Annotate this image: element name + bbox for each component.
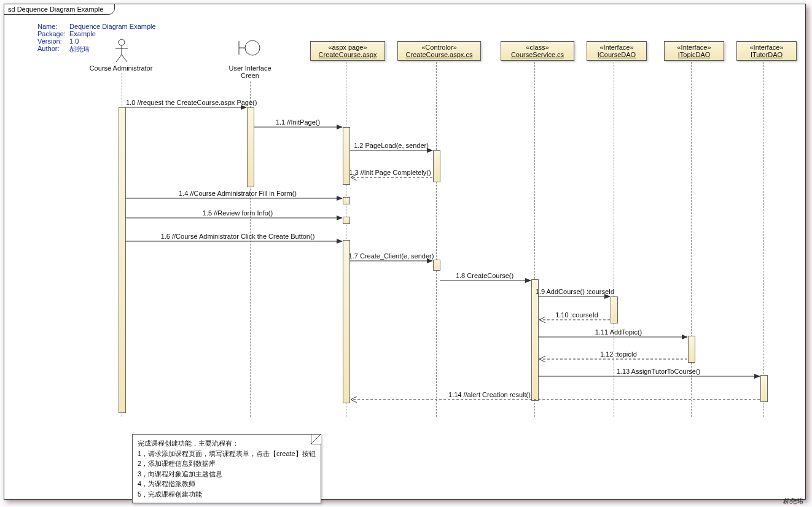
meta-row-package: Package: Example: [37, 30, 156, 37]
meta-value-author: 郝尧玮: [69, 45, 90, 54]
act-dao1: [611, 296, 618, 323]
dao2-stereo: «Interface»: [667, 44, 721, 51]
note-box: 完成课程创建功能，主要流程有： 1，请求添加课程页面，填写课程表单，点击【cre…: [132, 434, 321, 503]
msg-1.4: 1.4 //Course Administrator Fill in Form(…: [146, 190, 330, 197]
msg-1.11: 1.11 AddTopic(): [557, 328, 680, 336]
meta-label-author: Author:: [37, 45, 69, 54]
act-aspx2: [343, 197, 350, 204]
boundary-icon: [238, 39, 262, 58]
dao1-stereo: «Interface»: [590, 44, 644, 51]
act-dao3: [760, 375, 768, 402]
dao1-name: ICourseDAO: [598, 51, 636, 58]
meta-value-package: Example: [69, 30, 96, 37]
note-l5: 4，为课程指派教师: [138, 479, 316, 489]
dao3-stereo: «Interface»: [740, 44, 794, 51]
svg-line-3: [116, 55, 122, 62]
aspx-stereo: «aspx page»: [313, 44, 382, 51]
lifeline-tutordao: «Interface» ITutorDAO: [736, 41, 797, 61]
svg-line-4: [122, 55, 127, 62]
ctrl-name: CreateCourse.aspx.cs: [406, 51, 473, 58]
dao2-name: ITopicDAO: [678, 51, 711, 58]
msg-1.5: 1.5 //Review form Info(): [146, 209, 330, 217]
meta-block: Name: Dequence Diagram Example Package: …: [37, 23, 156, 54]
meta-value-version: 1.0: [69, 37, 79, 45]
lifeline-coursedao: «Interface» ICourseDAO: [587, 41, 647, 61]
act-ctrl1: [433, 150, 440, 182]
act-dao2: [688, 336, 695, 363]
lifeline-topicdao: «Interface» ITopicDAO: [664, 41, 724, 61]
msg-1.14: 1.14 //alert Creation result(): [410, 391, 569, 398]
dao3-name: ITutorDAO: [751, 51, 783, 58]
act-aspx3: [343, 217, 350, 224]
lifeline-dao3-line: [763, 62, 764, 417]
lifeline-ctrl-line: [436, 62, 437, 417]
meta-row-author: Author: 郝尧玮: [37, 45, 156, 54]
msg-1.7: 1.7 Create_Client(e, sender): [348, 252, 434, 260]
act-svc: [531, 279, 539, 401]
msg-1.9: 1.9 AddCourse() :courseId: [535, 288, 615, 295]
diagram-frame: sd Dequence Diagram Example Name: Dequen…: [4, 4, 806, 500]
svc-stereo: «class»: [504, 44, 571, 51]
meta-row-version: Version: 1.0: [37, 37, 156, 45]
note-l2: 1，请求添加课程页面，填写课程表单，点击【create】按钮: [138, 449, 316, 459]
msg-1.8: 1.8 CreateCourse(): [442, 272, 528, 279]
meta-value-name: Dequence Diagram Example: [69, 23, 156, 30]
aspx-name: CreateCourse.aspx: [319, 51, 377, 58]
note-l4: 3，向课程对象追加主题信息: [138, 469, 316, 479]
act-ctrl2: [433, 260, 440, 271]
lifeline-controller: «Controlor» CreateCourse.aspx.cs: [397, 41, 481, 61]
act-ui1: [247, 107, 254, 187]
ui-label: User Interface Creen: [213, 64, 287, 79]
svc-name: CourseService.cs: [511, 51, 564, 58]
act-aspx4: [343, 240, 350, 403]
note-l1: 完成课程创建功能，主要流程有：: [138, 438, 316, 449]
msg-1.0: 1.0 //request the CreateCourse.aspx Page…: [126, 99, 246, 106]
msg-1.2: 1.2 PageLoad(e, sender): [348, 142, 434, 149]
msg-1.13: 1.13 AssignTutorToCourse(): [569, 368, 748, 375]
svg-point-7: [245, 41, 260, 55]
actor-icon: [115, 39, 128, 64]
meta-label-package: Package:: [37, 30, 69, 37]
note-l6: 5，完成课程创建功能: [138, 489, 316, 500]
msg-1.3: 1.3 //Init Page Completely(): [347, 169, 433, 176]
note-l3: 2，添加课程信息到数据库: [138, 459, 316, 469]
meta-row-name: Name: Dequence Diagram Example: [37, 23, 156, 30]
lifeline-dao2-line: [691, 62, 692, 417]
meta-label-name: Name:: [37, 23, 69, 30]
actor-label: Course Administrator: [78, 64, 164, 72]
act-actor: [119, 107, 126, 413]
svg-point-0: [119, 39, 125, 45]
credit-label: 郝尧玮: [783, 497, 803, 506]
msg-1.6: 1.6 //Course Administrator Click the Cre…: [133, 233, 342, 240]
ctrl-stereo: «Controlor»: [400, 44, 478, 51]
msg-1.12: 1.12 :topicId: [557, 350, 680, 358]
msg-1.10: 1.10 :courseId: [540, 311, 614, 319]
msg-1.1: 1.1 //InitPage(): [255, 118, 341, 126]
meta-label-version: Version:: [37, 37, 69, 45]
lifeline-aspx: «aspx page» CreateCourse.aspx: [310, 41, 385, 61]
lifeline-dao1-line: [614, 62, 614, 417]
frame-title-tab: sd Dequence Diagram Example: [4, 4, 115, 15]
lifeline-service: «class» CourseService.cs: [501, 41, 574, 61]
